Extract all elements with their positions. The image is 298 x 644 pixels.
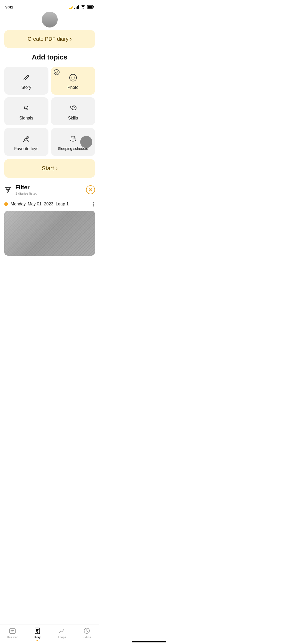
topic-story[interactable]: Story <box>4 67 48 95</box>
favorite-toys-label: Favorite toys <box>14 146 38 151</box>
skills-icon <box>68 104 78 113</box>
filter-title: Filter <box>15 184 37 191</box>
close-icon <box>88 188 93 192</box>
diary-date-row: Monday, May 01, 2023, Leap 1 <box>4 201 95 208</box>
add-topics-section: Add topics Story <box>0 53 99 178</box>
filter-section: Filter 1 diaries listed <box>0 184 99 195</box>
rocking-horse-icon <box>21 134 31 144</box>
diary-entry: Monday, May 01, 2023, Leap 1 <box>0 201 99 256</box>
status-time: 9:41 <box>5 5 13 9</box>
filter-icon <box>4 186 12 194</box>
topic-signals[interactable]: Signals <box>4 97 48 125</box>
diary-date-left: Monday, May 01, 2023, Leap 1 <box>4 202 69 206</box>
overlay-circle <box>80 136 92 148</box>
more-options-button[interactable] <box>92 201 95 208</box>
moon-icon: 🌙 <box>68 5 73 9</box>
filter-left: Filter 1 diaries listed <box>4 184 37 195</box>
svg-point-4 <box>70 74 76 81</box>
avatar <box>42 12 58 27</box>
start-label: Start › <box>42 165 58 172</box>
svg-point-12 <box>28 137 28 138</box>
svg-point-9 <box>74 107 75 108</box>
sleeping-bell-icon: z z <box>68 134 78 144</box>
signal-icon <box>74 5 79 9</box>
svg-rect-1 <box>93 6 94 8</box>
svg-text:z: z <box>74 136 75 138</box>
battery-icon <box>87 5 94 9</box>
svg-point-8 <box>73 107 74 107</box>
svg-point-7 <box>72 106 76 110</box>
diary-date: Monday, May 01, 2023, Leap 1 <box>11 202 69 206</box>
svg-rect-2 <box>88 6 93 8</box>
topic-sleeping-schedule[interactable]: z z Sleeping schedule <box>51 128 95 156</box>
wifi-icon <box>81 5 85 9</box>
topic-skills[interactable]: Skills <box>51 97 95 125</box>
add-topics-title: Add topics <box>4 53 95 61</box>
create-pdf-button[interactable]: Create PDF diary › <box>4 30 95 48</box>
create-pdf-label: Create PDF diary › <box>28 36 72 42</box>
avatar-area <box>0 12 99 30</box>
filter-subtitle: 1 diaries listed <box>15 191 37 195</box>
topic-photo[interactable]: Photo <box>51 67 95 95</box>
photo-label: Photo <box>67 85 79 90</box>
start-button[interactable]: Start › <box>4 159 95 178</box>
status-icons: 🌙 <box>68 5 94 9</box>
status-bar: 9:41 🌙 <box>0 0 99 12</box>
topic-favorite-toys[interactable]: Favorite toys <box>4 128 48 156</box>
svg-point-3 <box>54 70 59 75</box>
svg-point-5 <box>71 77 72 78</box>
signals-icon <box>21 104 31 113</box>
orange-dot <box>4 202 8 206</box>
svg-point-6 <box>74 77 75 78</box>
filter-close-button[interactable] <box>86 185 95 194</box>
skills-label: Skills <box>68 116 78 121</box>
filter-text: Filter 1 diaries listed <box>15 184 37 195</box>
signals-label: Signals <box>19 116 33 121</box>
diary-image-texture <box>4 211 95 256</box>
story-label: Story <box>21 85 31 90</box>
baby-face-icon <box>68 73 78 82</box>
pencil-icon <box>21 73 31 82</box>
topics-grid: Story Photo <box>4 67 95 156</box>
diary-image[interactable] <box>4 211 95 256</box>
check-icon <box>54 69 60 75</box>
